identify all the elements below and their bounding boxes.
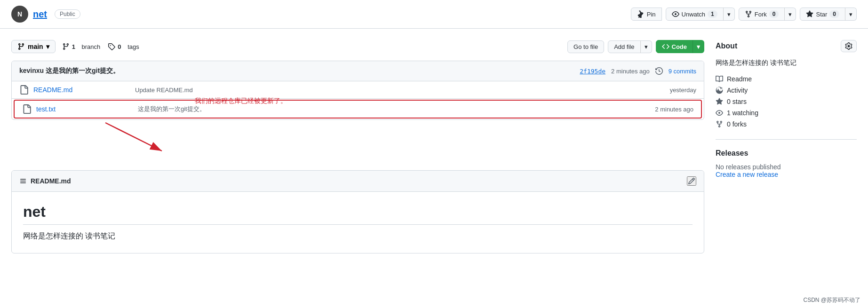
pin-group: Pin [631,8,662,21]
toolbar: main ▾ 1 branch 0 tags Go to file [11,40,704,53]
star-button[interactable]: Star 0 [800,8,845,21]
file-name-readme[interactable]: README.md [33,86,127,94]
main-layout: main ▾ 1 branch 0 tags Go to file [0,29,868,265]
readme-edit-button[interactable] [687,176,696,186]
commit-time: 2 minutes ago [611,68,650,75]
goto-file-label: Go to file [573,43,598,50]
file-icon-txt [22,104,32,114]
svg-line-1 [105,123,162,151]
pin-icon [637,10,645,18]
header-left: N net Public [11,6,80,23]
star-dropdown[interactable]: ▾ [845,8,857,21]
about-section: About 网络是怎样连接的 读书笔记 Readme Activity 0 st… [716,40,857,128]
no-releases-text: No releases published [716,163,857,171]
add-file-button[interactable]: Add file [608,40,640,53]
file-name-txt[interactable]: test.txt [36,105,130,113]
watching-link[interactable]: 1 watching [716,109,857,117]
star-icon [806,10,813,18]
tags-link[interactable]: 0 tags [108,43,139,50]
file-commit-txt: 这是我的第一次git提交。 [138,105,655,113]
fork-button[interactable]: Fork 0 [739,8,785,21]
pencil-icon [688,177,695,185]
star-count: 0 [829,10,839,18]
readme-link-label: Readme [727,75,752,83]
fork-label: Fork [755,11,767,18]
header-right: Pin Unwatch 1 ▾ Fork 0 ▾ Star 0 [631,8,857,21]
readme-header: README.md [12,171,704,192]
public-badge: Public [55,9,80,19]
readme-link[interactable]: Readme [716,75,857,83]
branch-count: 1 [72,43,75,50]
fork-group: Fork 0 ▾ [739,8,796,21]
add-file-label: Add file [614,43,634,50]
watching-link-label: 1 watching [727,109,758,117]
eye-sidebar-icon [716,109,723,117]
unwatch-count: 1 [708,10,717,18]
fork-count: 0 [769,10,779,18]
star-label: Star [816,11,827,18]
branches-link[interactable]: 1 branch [62,43,101,50]
readme-h1: net [23,203,693,225]
star-group: Star 0 ▾ [800,8,857,21]
commit-hash-link[interactable]: 2f195de [580,68,605,75]
releases-title: Releases [716,149,857,158]
readme-body: net 网络是怎样连接的 读书笔记 [12,192,704,253]
branch-name: main [28,43,43,50]
annotation-text: 我们的远程仓库已经被更新了。 [195,97,287,105]
repo-content: main ▾ 1 branch 0 tags Go to file [11,40,704,253]
file-time-txt: 2 minutes ago [655,106,693,113]
file-table: kevinxu 这是我的第一次git提交。 2f195de 2 minutes … [11,61,704,120]
branch-chevron: ▾ [46,43,49,50]
code-dropdown[interactable]: ▾ [693,40,704,53]
file-row-highlighted: test.txt 这是我的第一次git提交。 2 minutes ago [14,100,702,118]
code-icon [662,43,669,50]
branch-icon [17,43,25,50]
fork-icon [745,10,752,18]
commits-link[interactable]: 9 commits [669,68,696,75]
history-icon [655,67,663,75]
unwatch-label: Unwatch [682,11,706,18]
fork-sidebar-icon [716,120,723,128]
about-links: Readme Activity 0 stars 1 watching 0 for… [716,75,857,128]
avatar: N [11,6,28,23]
stars-link[interactable]: 0 stars [716,98,857,105]
activity-link[interactable]: Activity [716,87,857,94]
unwatch-dropdown[interactable]: ▾ [723,8,735,21]
settings-button[interactable] [841,40,857,52]
sidebar: About 网络是怎样连接的 读书笔记 Readme Activity 0 st… [716,40,857,253]
add-file-group: Add file ▾ [608,40,652,53]
file-time-readme: yesterday [670,87,696,94]
commit-info: kevinxu 这是我的第一次git提交。 [19,67,119,75]
branch-selector[interactable]: main ▾ [11,40,56,53]
tag-count: 0 [118,43,121,50]
branch-text: branch [82,43,101,50]
fork-dropdown[interactable]: ▾ [784,8,796,21]
tag-icon [108,43,115,50]
commit-header: kevinxu 这是我的第一次git提交。 2f195de 2 minutes … [12,61,704,81]
code-group: Code ▾ [656,40,705,53]
branch-meta-icon [62,43,70,50]
goto-file-button[interactable]: Go to file [567,40,604,53]
repo-name-link[interactable]: net [33,9,47,20]
pin-button[interactable]: Pin [631,8,662,21]
tag-text: tags [127,43,139,50]
stars-link-label: 0 stars [727,98,747,105]
unwatch-button[interactable]: Unwatch 1 [666,8,724,21]
arrow-svg [105,123,247,160]
commit-message: 这是我的第一次git提交。 [46,67,119,74]
book-icon [716,75,723,83]
code-button[interactable]: Code [656,40,693,53]
activity-icon [716,87,723,94]
add-file-dropdown[interactable]: ▾ [640,40,652,53]
eye-icon [672,10,679,18]
about-title: About [716,42,737,50]
list-icon [19,177,27,185]
forks-link[interactable]: 0 forks [716,120,857,128]
unwatch-group: Unwatch 1 ▾ [666,8,735,21]
toolbar-right: Go to file Add file ▾ Code ▾ [567,40,704,53]
commit-meta: 2f195de 2 minutes ago 9 commits [580,67,696,75]
readme-title: README.md [31,177,687,185]
create-release-link[interactable]: Create a new release [716,171,778,178]
about-description: 网络是怎样连接的 读书笔记 [716,58,857,68]
file-row: README.md Update README.md yesterday [12,81,704,99]
